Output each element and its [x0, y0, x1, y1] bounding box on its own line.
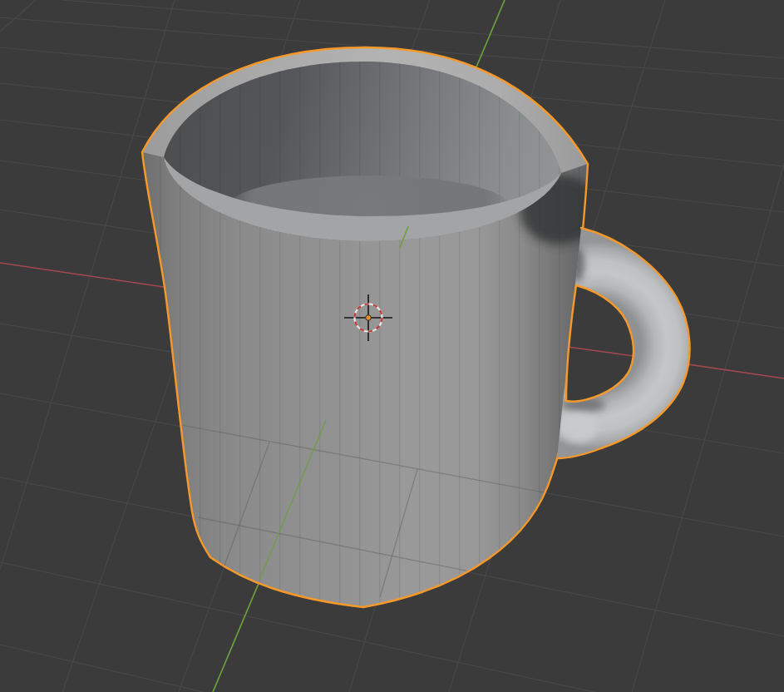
cursor-center-dot [366, 315, 372, 321]
viewport-canvas[interactable] [0, 0, 784, 692]
handle-endcap-highlight [559, 413, 599, 442]
blender-3d-viewport[interactable] [0, 0, 784, 692]
